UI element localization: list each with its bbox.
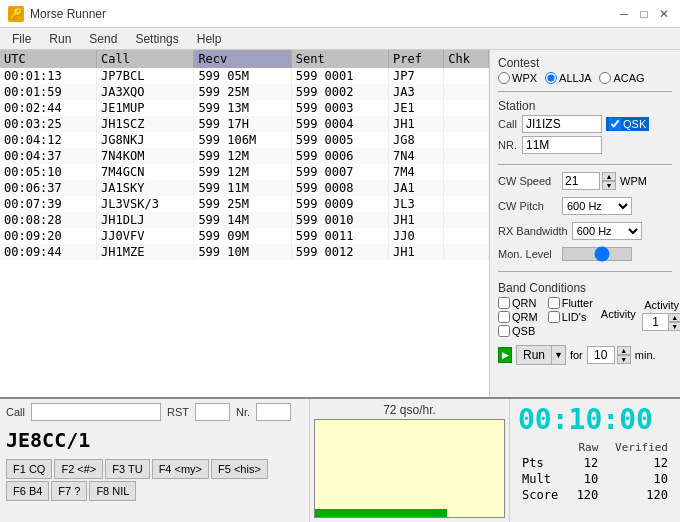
contest-acag-option[interactable]: ACAG — [599, 72, 644, 84]
maximize-button[interactable]: □ — [636, 6, 652, 22]
table-cell: 599 09M — [194, 228, 291, 244]
activity-down[interactable]: ▼ — [668, 322, 680, 331]
table-cell — [444, 164, 489, 180]
score-raw-value: 120 — [568, 487, 602, 503]
flutter-checkbox[interactable] — [548, 297, 560, 309]
table-cell: 7N4 — [389, 148, 444, 164]
cw-speed-input[interactable] — [562, 172, 600, 190]
col-sent[interactable]: Sent — [291, 50, 388, 68]
mon-level-slider[interactable] — [562, 247, 632, 261]
col-utc[interactable]: UTC — [0, 50, 97, 68]
band-conditions-label: Band Conditions — [498, 281, 672, 295]
qrn-option[interactable]: QRN — [498, 297, 538, 309]
qsk-checkbox[interactable] — [609, 118, 621, 130]
table-cell: 599 0007 — [291, 164, 388, 180]
col-recv[interactable]: Recv — [194, 50, 291, 68]
score-body: Pts1212Mult1010Score120120 — [518, 455, 672, 503]
close-button[interactable]: ✕ — [656, 6, 672, 22]
call-entry-input[interactable] — [31, 403, 161, 421]
lids-checkbox[interactable] — [548, 311, 560, 323]
flutter-option[interactable]: Flutter — [548, 297, 593, 309]
table-cell: 00:08:28 — [0, 212, 97, 228]
cw-pitch-label: CW Pitch — [498, 200, 558, 212]
qsk-label: QSK — [623, 118, 646, 130]
cw-speed-row: CW Speed ▲ ▼ WPM — [498, 172, 672, 190]
fn-button-f1[interactable]: F1 CQ — [6, 459, 52, 479]
activity-input[interactable] — [642, 313, 670, 331]
contest-wpx-option[interactable]: WPX — [498, 72, 537, 84]
call-field-label: Call — [498, 118, 518, 130]
qsk-checkbox-label[interactable]: QSK — [606, 117, 649, 131]
nr-entry-label: Nr. — [236, 406, 250, 418]
window-title: Morse Runner — [30, 7, 106, 21]
menu-send[interactable]: Send — [81, 30, 125, 48]
cw-speed-down[interactable]: ▼ — [602, 181, 616, 190]
table-row: 00:06:37JA1SKY599 11M599 0008JA1 — [0, 180, 489, 196]
table-cell: 599 0009 — [291, 196, 388, 212]
nr-row: NR. — [498, 136, 672, 154]
qsb-option[interactable]: QSB — [498, 325, 538, 337]
table-row: 00:02:44JE1MUP599 13M599 0003JE1 — [0, 100, 489, 116]
fn-button-f6[interactable]: F6 B4 — [6, 481, 49, 501]
table-cell: JH1 — [389, 116, 444, 132]
col-pref[interactable]: Pref — [389, 50, 444, 68]
qsb-checkbox[interactable] — [498, 325, 510, 337]
for-down[interactable]: ▼ — [617, 355, 631, 364]
rx-bw-select[interactable]: 600 Hz 500 Hz 400 Hz — [572, 222, 642, 240]
cw-pitch-select[interactable]: 600 Hz 700 Hz 800 Hz — [562, 197, 632, 215]
contest-allja-radio[interactable] — [545, 72, 557, 84]
run-button[interactable]: Run — [516, 345, 552, 365]
activity-up[interactable]: ▲ — [668, 313, 680, 322]
lids-option[interactable]: LID's — [548, 311, 593, 323]
contest-wpx-label: WPX — [512, 72, 537, 84]
fn-button-f2[interactable]: F2 <#> — [54, 459, 103, 479]
run-button-group: Run ▼ — [516, 345, 566, 365]
score-row-label: Score — [518, 487, 568, 503]
rst-input[interactable] — [195, 403, 230, 421]
log-header-row: UTC Call Recv Sent Pref Chk — [0, 50, 489, 68]
fn-button-f3[interactable]: F3 TU — [105, 459, 149, 479]
contest-wpx-radio[interactable] — [498, 72, 510, 84]
call-input[interactable] — [522, 115, 602, 133]
menu-file[interactable]: File — [4, 30, 39, 48]
log-table: UTC Call Recv Sent Pref Chk 00:01:13JP7B… — [0, 50, 489, 260]
col-chk[interactable]: Chk — [444, 50, 489, 68]
table-cell — [444, 228, 489, 244]
qsb-label: QSB — [512, 325, 535, 337]
contest-acag-radio[interactable] — [599, 72, 611, 84]
nr-entry-input[interactable] — [256, 403, 291, 421]
activity-label: Activity — [601, 308, 636, 320]
cw-speed-up[interactable]: ▲ — [602, 172, 616, 181]
fn-button-f8[interactable]: F8 NIL — [89, 481, 136, 501]
score-raw-value: 10 — [568, 471, 602, 487]
qrm-option[interactable]: QRM — [498, 311, 538, 323]
bottom-area: Call RST Nr. JE8CC/1 F1 CQF2 <#>F3 TUF4 … — [0, 397, 680, 522]
fn-button-f7[interactable]: F7 ? — [51, 481, 87, 501]
for-up[interactable]: ▲ — [617, 346, 631, 355]
run-dropdown[interactable]: ▼ — [552, 345, 566, 365]
table-row: 00:07:39JL3VSK/3599 25M599 0009JL3 — [0, 196, 489, 212]
run-play-button[interactable]: ▶ — [498, 347, 512, 363]
for-input[interactable] — [587, 346, 615, 364]
qrn-checkbox[interactable] — [498, 297, 510, 309]
main-content: UTC Call Recv Sent Pref Chk 00:01:13JP7B… — [0, 50, 680, 397]
table-cell — [444, 100, 489, 116]
col-call[interactable]: Call — [97, 50, 194, 68]
activity-label-text: Activity — [644, 299, 679, 311]
score-table: Raw Verified Pts1212Mult1010Score120120 — [518, 440, 672, 503]
nr-input[interactable] — [522, 136, 602, 154]
table-cell: 00:04:12 — [0, 132, 97, 148]
call-entry: Call RST Nr. JE8CC/1 F1 CQF2 <#>F3 TUF4 … — [0, 399, 310, 522]
table-cell: 00:09:20 — [0, 228, 97, 244]
menu-settings[interactable]: Settings — [127, 30, 186, 48]
table-cell: 599 11M — [194, 180, 291, 196]
fn-button-f5[interactable]: F5 <his> — [211, 459, 268, 479]
fn-button-f4[interactable]: F4 <my> — [152, 459, 209, 479]
qrm-checkbox[interactable] — [498, 311, 510, 323]
menu-help[interactable]: Help — [189, 30, 230, 48]
minimize-button[interactable]: ─ — [616, 6, 632, 22]
table-cell: JJ0 — [389, 228, 444, 244]
contest-allja-option[interactable]: ALLJA — [545, 72, 591, 84]
cw-speed-label: CW Speed — [498, 175, 558, 187]
menu-run[interactable]: Run — [41, 30, 79, 48]
